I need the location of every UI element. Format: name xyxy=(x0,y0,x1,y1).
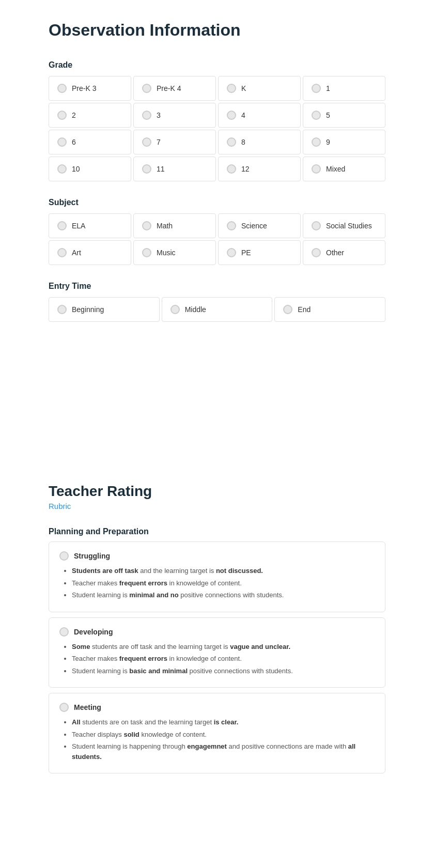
grade-option[interactable]: Pre-K 3 xyxy=(49,76,131,101)
rating-card-bullet: Some students are off task and the learn… xyxy=(72,642,375,652)
grade-option[interactable]: 7 xyxy=(133,130,216,154)
grade-option-label: 1 xyxy=(326,84,330,92)
page-title: Observation Information xyxy=(49,21,385,40)
subject-option-label: Social Studies xyxy=(326,222,372,230)
rating-card-header: Struggling xyxy=(59,551,375,561)
rating-card-title: Struggling xyxy=(74,552,110,560)
radio-circle xyxy=(142,137,151,147)
grade-option[interactable]: 12 xyxy=(218,157,301,181)
rating-radio-circle xyxy=(59,703,69,712)
grade-option-label: 8 xyxy=(241,138,245,146)
radio-circle xyxy=(312,137,321,147)
subject-option[interactable]: Social Studies xyxy=(303,213,385,238)
subject-option[interactable]: PE xyxy=(218,240,301,265)
rating-card-bullets: All students are on task and the learnin… xyxy=(59,717,375,762)
grade-label: Grade xyxy=(49,60,385,70)
subject-option-label: Art xyxy=(72,249,81,257)
grade-option-label: 12 xyxy=(241,165,250,173)
radio-circle xyxy=(57,164,67,174)
entry-time-option-label: Middle xyxy=(185,305,206,314)
grade-option-label: 9 xyxy=(326,138,330,146)
grade-option[interactable]: 8 xyxy=(218,130,301,154)
radio-circle xyxy=(312,84,321,93)
rating-radio-circle xyxy=(59,627,69,637)
grade-option[interactable]: Pre-K 4 xyxy=(133,76,216,101)
grade-option[interactable]: 5 xyxy=(303,103,385,128)
radio-circle xyxy=(142,221,151,230)
entry-time-option[interactable]: Middle xyxy=(162,297,273,322)
entry-time-option[interactable]: End xyxy=(274,297,385,322)
radio-circle xyxy=(57,137,67,147)
radio-circle xyxy=(227,84,236,93)
grade-option[interactable]: 6 xyxy=(49,130,131,154)
subject-option-label: ELA xyxy=(72,222,85,230)
subject-option[interactable]: Art xyxy=(49,240,131,265)
subject-option-label: Math xyxy=(157,222,173,230)
grade-option[interactable]: Mixed xyxy=(303,157,385,181)
entry-time-option-label: End xyxy=(298,305,311,314)
radio-circle xyxy=(142,164,151,174)
rating-card[interactable]: MeetingAll students are on task and the … xyxy=(49,693,385,773)
radio-circle xyxy=(57,248,67,257)
grade-option[interactable]: 9 xyxy=(303,130,385,154)
grade-option-label: 3 xyxy=(157,111,161,119)
subject-option-label: Science xyxy=(241,222,267,230)
rating-card-header: Meeting xyxy=(59,703,375,712)
grade-option[interactable]: 2 xyxy=(49,103,131,128)
rating-card-bullet: Teacher makes frequent errors in knoweld… xyxy=(72,578,375,588)
rating-card-bullet: Teacher makes frequent errors in knowled… xyxy=(72,654,375,664)
rating-card-bullets: Students are off task and the learning t… xyxy=(59,566,375,600)
grade-option[interactable]: 10 xyxy=(49,157,131,181)
subject-option-label: Other xyxy=(326,249,344,257)
grade-option-label: 2 xyxy=(72,111,76,119)
radio-circle xyxy=(227,164,236,174)
rating-card[interactable]: StrugglingStudents are off task and the … xyxy=(49,541,385,612)
entry-time-grid: BeginningMiddleEnd xyxy=(49,297,385,322)
rating-card[interactable]: DevelopingSome students are off task and… xyxy=(49,617,385,688)
grade-option-label: 5 xyxy=(326,111,330,119)
radio-circle xyxy=(227,248,236,257)
subject-section: Subject ELAMathScienceSocial StudiesArtM… xyxy=(49,198,385,265)
grade-option-label: Pre-K 3 xyxy=(72,84,96,92)
entry-time-option-label: Beginning xyxy=(72,305,104,314)
grade-option-label: 4 xyxy=(241,111,245,119)
subject-option-label: Music xyxy=(157,249,176,257)
teacher-rating-section: Teacher Rating Rubric Planning and Prepa… xyxy=(49,483,385,773)
subject-option[interactable]: Math xyxy=(133,213,216,238)
planning-prep-label: Planning and Preparation xyxy=(49,527,385,536)
rating-card-bullet: Students are off task and the learning t… xyxy=(72,566,375,576)
radio-circle xyxy=(283,305,292,314)
grade-option-label: Pre-K 4 xyxy=(157,84,181,92)
subject-grid: ELAMathScienceSocial StudiesArtMusicPEOt… xyxy=(49,213,385,265)
grade-option[interactable]: 3 xyxy=(133,103,216,128)
subject-option-label: PE xyxy=(241,249,251,257)
entry-time-option[interactable]: Beginning xyxy=(49,297,160,322)
grade-option[interactable]: K xyxy=(218,76,301,101)
rating-card-bullet: Student learning is minimal and no posit… xyxy=(72,590,375,600)
rating-card-bullet: All students are on task and the learnin… xyxy=(72,717,375,727)
radio-circle xyxy=(57,111,67,120)
grade-option-label: 11 xyxy=(157,165,165,173)
rating-card-title: Developing xyxy=(74,628,113,636)
grade-option-label: 10 xyxy=(72,165,80,173)
subject-option[interactable]: Other xyxy=(303,240,385,265)
radio-circle xyxy=(227,221,236,230)
grade-option[interactable]: 4 xyxy=(218,103,301,128)
grade-option[interactable]: 1 xyxy=(303,76,385,101)
rating-card-bullet: Teacher displays solid knowledge of cont… xyxy=(72,730,375,740)
rating-card-header: Developing xyxy=(59,627,375,637)
subject-option[interactable]: Science xyxy=(218,213,301,238)
radio-circle xyxy=(312,248,321,257)
radio-circle xyxy=(142,248,151,257)
rubric-link[interactable]: Rubric xyxy=(49,502,385,510)
subject-option[interactable]: Music xyxy=(133,240,216,265)
grade-option[interactable]: 11 xyxy=(133,157,216,181)
radio-circle xyxy=(142,111,151,120)
spacer xyxy=(49,338,385,483)
grade-option-label: 7 xyxy=(157,138,161,146)
radio-circle xyxy=(227,111,236,120)
rating-radio-circle xyxy=(59,551,69,561)
radio-circle xyxy=(312,164,321,174)
subject-option[interactable]: ELA xyxy=(49,213,131,238)
radio-circle xyxy=(312,221,321,230)
